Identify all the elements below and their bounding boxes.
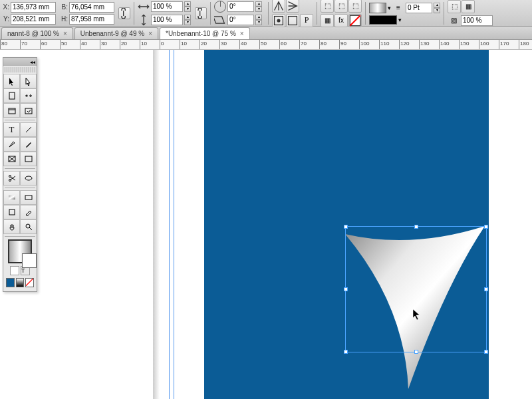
panel-grip[interactable]	[5, 67, 35, 72]
svg-rect-2	[289, 16, 297, 25]
document-tabbar: nannt-8 @ 100 %× Unbenannt-9 @ 49 %× *Un…	[0, 27, 532, 40]
selection-tool[interactable]	[3, 74, 20, 88]
selection-handle[interactable]	[484, 225, 488, 229]
selection-handle[interactable]	[344, 287, 348, 291]
selection-handle[interactable]	[484, 287, 488, 291]
document-tab[interactable]: Unbenannt-9 @ 49 %×	[74, 27, 158, 39]
fill-swatch[interactable]	[369, 3, 386, 13]
document-tab[interactable]: *Unbenannt-10 @ 75 %×	[160, 27, 250, 39]
free-transform-tool[interactable]	[20, 171, 37, 186]
stroke-style[interactable]	[369, 15, 397, 25]
page-tool[interactable]	[3, 88, 20, 103]
paragraph-style-button[interactable]: P	[300, 14, 313, 27]
guide-vertical[interactable]	[169, 50, 170, 399]
formatting-container-button[interactable]	[10, 266, 19, 275]
separator	[317, 2, 317, 25]
gap-tool[interactable]	[20, 88, 37, 103]
scissors-tool[interactable]	[3, 171, 20, 186]
flip-row	[272, 0, 313, 13]
select-frame-button[interactable]	[286, 14, 299, 27]
scale-x-input[interactable]	[151, 1, 183, 12]
align-button-3[interactable]: ⬚	[348, 0, 362, 13]
rotate-input[interactable]	[227, 1, 254, 12]
separator	[365, 2, 366, 25]
corners-button[interactable]: ⬚	[448, 0, 461, 13]
horizontal-ruler[interactable]: 8070605040302010010203040506070809010011…	[0, 40, 532, 50]
separator	[268, 2, 269, 25]
eyedropper-tool[interactable]	[20, 205, 37, 219]
rectangle-tool[interactable]	[20, 152, 37, 166]
select-content-button[interactable]	[272, 14, 285, 27]
canvas[interactable]	[0, 50, 532, 399]
spin[interactable]: ▴▾	[184, 15, 191, 25]
document-tab[interactable]: nannt-8 @ 100 %×	[1, 27, 73, 39]
content-placer-tool[interactable]	[20, 103, 37, 118]
scale-group: ▴▾ ▴▾	[138, 1, 191, 26]
x-label: X:	[1, 3, 9, 11]
toolbox-panel[interactable]: ◂◂ T	[3, 57, 37, 292]
gradient-swatch-tool[interactable]	[3, 190, 20, 205]
wrap-button[interactable]: ▦	[321, 14, 334, 27]
direct-selection-tool[interactable]	[20, 74, 37, 88]
rectangle-frame-tool[interactable]	[3, 152, 20, 166]
stroke-swatch[interactable]	[23, 254, 36, 267]
pen-tool[interactable]	[3, 137, 20, 152]
close-icon[interactable]: ×	[63, 30, 67, 37]
zoom-tool[interactable]	[20, 219, 37, 234]
tool-separator	[5, 120, 35, 120]
align-button-1[interactable]: ⬚	[321, 0, 334, 13]
selection-handle[interactable]	[344, 350, 348, 354]
content-collector-tool[interactable]	[3, 103, 20, 118]
lock-scale-button[interactable]	[195, 7, 207, 19]
apply-color-button[interactable]	[6, 278, 15, 287]
spin[interactable]: ▴▾	[184, 1, 191, 12]
opacity-icon: ▨	[448, 15, 460, 27]
pencil-tool[interactable]	[20, 137, 37, 152]
chain-icon	[119, 8, 130, 19]
apply-none-button[interactable]	[25, 278, 34, 287]
w-input[interactable]	[69, 2, 114, 13]
line-tool[interactable]	[20, 122, 37, 137]
svg-rect-18	[9, 209, 15, 215]
drop-shadow-button[interactable]: ▦	[462, 0, 475, 13]
hand-tool[interactable]	[3, 219, 20, 234]
x-input[interactable]	[11, 2, 56, 13]
note-tool[interactable]	[3, 205, 20, 219]
align-button-2[interactable]: ⬚	[334, 0, 348, 13]
close-icon[interactable]: ×	[240, 30, 244, 37]
none-button[interactable]	[348, 14, 362, 27]
panel-header[interactable]: ◂◂	[3, 58, 37, 66]
select-mode-row: P	[272, 14, 313, 27]
flip-h-button[interactable]	[272, 0, 285, 13]
type-tool[interactable]: T	[3, 122, 20, 137]
shear-icon	[214, 14, 226, 26]
h-input[interactable]	[69, 14, 114, 25]
apply-gradient-button[interactable]	[16, 278, 25, 287]
lock-aspect-button[interactable]	[118, 7, 130, 19]
selection-handle[interactable]	[414, 225, 418, 229]
selection-handle[interactable]	[484, 350, 488, 354]
spin[interactable]: ▴▾	[434, 3, 440, 13]
spin[interactable]: ▴▾	[255, 1, 262, 12]
fill-stroke-swatch[interactable]	[8, 239, 32, 263]
opacity-input[interactable]	[461, 15, 493, 26]
size-group: B: H:	[60, 2, 114, 25]
tool-separator	[5, 236, 35, 237]
y-input[interactable]	[11, 14, 56, 25]
gradient-feather-tool[interactable]	[20, 190, 37, 205]
close-icon[interactable]: ×	[148, 30, 152, 37]
flip-v-button[interactable]	[286, 0, 299, 13]
tool-separator	[5, 188, 35, 188]
shear-input[interactable]	[227, 15, 254, 25]
scale-y-input[interactable]	[151, 15, 183, 25]
guide-vertical[interactable]	[174, 50, 174, 399]
separator	[210, 2, 211, 25]
spin[interactable]: ▴▾	[255, 15, 262, 25]
selection-handle[interactable]	[344, 225, 348, 229]
w-label: B:	[60, 3, 68, 11]
selection-handle[interactable]	[414, 350, 418, 354]
stroke-weight-input[interactable]	[406, 3, 432, 13]
formatting-text-button[interactable]: T	[21, 266, 30, 275]
effects-button[interactable]: fx	[334, 14, 348, 27]
collapse-icon[interactable]: ◂◂	[30, 59, 35, 65]
